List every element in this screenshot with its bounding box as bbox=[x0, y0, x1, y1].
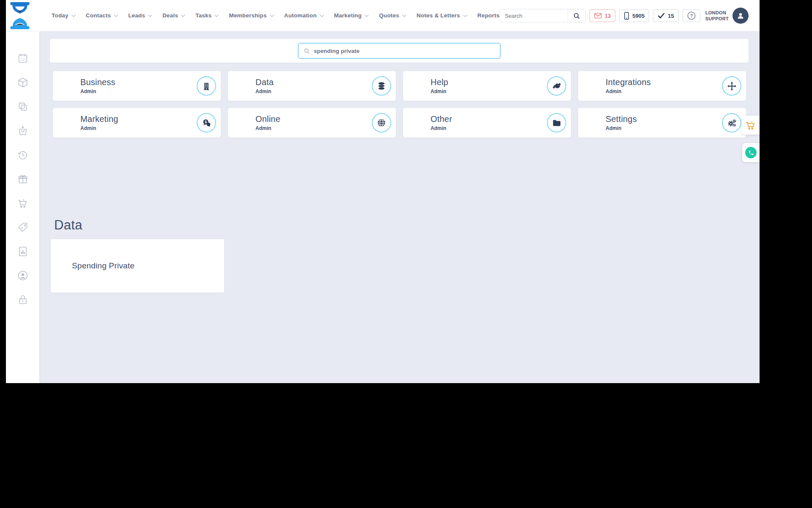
svg-text:?: ? bbox=[690, 14, 693, 18]
mail-notifications-button[interactable]: 13 bbox=[590, 9, 615, 22]
mail-count: 13 bbox=[605, 13, 611, 19]
nav-notes-letters[interactable]: Notes & Letters bbox=[417, 12, 466, 19]
nav-marketing[interactable]: Marketing bbox=[334, 12, 368, 19]
chevron-down-icon bbox=[148, 13, 152, 17]
copy-icon[interactable] bbox=[17, 101, 28, 112]
admin-search-input[interactable] bbox=[314, 48, 495, 54]
mobile-phone-icon bbox=[624, 12, 629, 20]
card-icon-circle bbox=[372, 76, 391, 96]
check-icon bbox=[658, 13, 665, 19]
card-icon-circle bbox=[547, 76, 566, 96]
search-results-section: Data Spending Private bbox=[54, 218, 224, 293]
chevron-down-icon bbox=[181, 13, 185, 17]
category-card-integrations[interactable]: Integrations Admin bbox=[578, 71, 746, 101]
cart-icon[interactable] bbox=[17, 198, 28, 209]
nav-quotes[interactable]: Quotes bbox=[379, 12, 405, 19]
move-arrows-icon bbox=[727, 81, 737, 91]
gift-icon[interactable] bbox=[17, 174, 28, 185]
search-icon bbox=[573, 12, 580, 19]
phone-circle bbox=[745, 147, 757, 158]
category-grid: Business Admin Data Admin Help Admin bbox=[53, 71, 746, 138]
floating-cart-widget[interactable] bbox=[741, 116, 760, 135]
category-card-marketing[interactable]: Marketing Admin $ bbox=[53, 108, 221, 138]
search-icon bbox=[304, 48, 310, 54]
cart-icon bbox=[745, 120, 756, 131]
card-icon-circle: $ bbox=[197, 113, 216, 133]
header-search-button[interactable] bbox=[568, 9, 585, 22]
admin-search-bar bbox=[50, 39, 749, 63]
chevron-down-icon bbox=[402, 13, 406, 17]
calendar-icon[interactable]: 12 bbox=[17, 53, 28, 64]
phone-count: 5905 bbox=[632, 13, 645, 19]
category-card-data[interactable]: Data Admin bbox=[228, 71, 396, 101]
user-avatar[interactable] bbox=[732, 8, 749, 24]
header-search-input[interactable] bbox=[500, 13, 568, 19]
nav-memberships[interactable]: Memberships bbox=[229, 12, 272, 19]
chevron-down-icon bbox=[114, 13, 118, 17]
chevron-down-icon bbox=[463, 13, 467, 17]
globe-icon bbox=[377, 118, 386, 127]
result-item-spending-private[interactable]: Spending Private bbox=[51, 239, 224, 293]
nav-deals[interactable]: Deals bbox=[162, 12, 184, 19]
card-icon-circle bbox=[722, 76, 741, 96]
nav-tasks[interactable]: Tasks bbox=[195, 12, 217, 19]
phone-icon bbox=[748, 150, 754, 156]
envelope-icon bbox=[594, 13, 602, 19]
tasks-done-button[interactable]: 15 bbox=[653, 9, 678, 22]
handshake-icon bbox=[552, 81, 562, 91]
chevron-down-icon bbox=[365, 13, 369, 17]
nav-contacts[interactable]: Contacts bbox=[86, 12, 117, 19]
card-icon-circle bbox=[722, 113, 741, 133]
header-search bbox=[499, 9, 586, 22]
nav-today[interactable]: Today bbox=[52, 12, 74, 19]
card-icon-circle bbox=[372, 113, 391, 133]
package-icon[interactable] bbox=[17, 77, 28, 88]
card-icon-circle bbox=[197, 76, 216, 96]
report-icon[interactable] bbox=[17, 246, 28, 257]
chevron-down-icon bbox=[71, 13, 76, 17]
floating-call-widget[interactable] bbox=[742, 143, 760, 162]
lock-icon[interactable] bbox=[17, 294, 28, 305]
folder-icon bbox=[552, 118, 561, 127]
building-icon bbox=[202, 82, 211, 91]
app-window: Today Contacts Leads Deals Tasks Members… bbox=[6, 0, 760, 383]
app-logo-hourglass-icon[interactable] bbox=[9, 2, 30, 29]
chevron-down-icon bbox=[214, 13, 219, 17]
top-bar: Today Contacts Leads Deals Tasks Members… bbox=[6, 0, 760, 31]
svg-text:12: 12 bbox=[21, 58, 25, 61]
person-icon bbox=[736, 11, 745, 20]
phone-calls-button[interactable]: 5905 bbox=[619, 9, 649, 22]
task-count: 15 bbox=[668, 13, 674, 19]
chevron-down-icon bbox=[270, 13, 274, 17]
gears-icon bbox=[727, 118, 737, 128]
main-nav: Today Contacts Leads Deals Tasks Members… bbox=[52, 12, 530, 19]
question-circle-icon: ? bbox=[687, 11, 696, 20]
category-card-other[interactable]: Other Admin bbox=[403, 108, 571, 138]
history-icon[interactable] bbox=[17, 149, 28, 160]
left-sidebar: 12 $ bbox=[6, 31, 39, 383]
main-content: Business Admin Data Admin Help Admin bbox=[39, 31, 760, 383]
category-card-online[interactable]: Online Admin bbox=[228, 108, 396, 138]
chat-dollar-icon: $ bbox=[202, 118, 211, 128]
account-icon[interactable] bbox=[17, 270, 28, 281]
result-item-label: Spending Private bbox=[72, 261, 134, 271]
database-icon bbox=[377, 81, 386, 91]
category-card-settings[interactable]: Settings Admin bbox=[578, 108, 746, 138]
chevron-down-icon bbox=[320, 13, 324, 17]
card-icon-circle bbox=[547, 113, 566, 133]
price-tag-icon[interactable]: $ bbox=[17, 222, 28, 233]
nav-automation[interactable]: Automation bbox=[284, 12, 323, 19]
nav-leads[interactable]: Leads bbox=[128, 12, 151, 19]
svg-text:$: $ bbox=[205, 120, 207, 124]
shopping-bag-icon[interactable] bbox=[17, 125, 28, 136]
admin-search-field bbox=[298, 43, 501, 59]
category-card-help[interactable]: Help Admin bbox=[403, 71, 571, 101]
topbar-right-controls: 13 5905 15 ? LONDON SUPPORT bbox=[499, 0, 749, 31]
help-button[interactable]: ? bbox=[683, 9, 700, 22]
category-card-business[interactable]: Business Admin bbox=[53, 71, 221, 101]
results-section-title: Data bbox=[54, 218, 224, 233]
account-name: LONDON SUPPORT bbox=[705, 10, 729, 22]
svg-text:$: $ bbox=[21, 226, 23, 230]
